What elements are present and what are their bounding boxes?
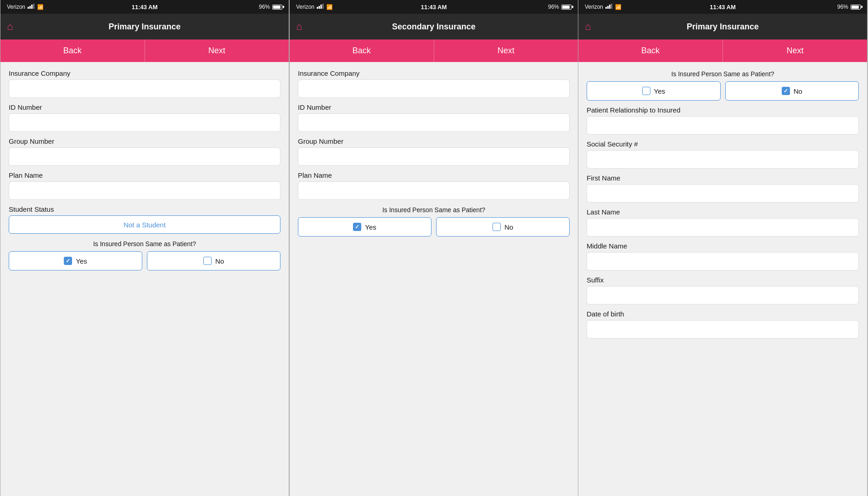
student-status-button-1[interactable]: Not a Student [9,215,280,234]
svg-rect-11 [611,4,612,9]
svg-rect-8 [605,7,607,9]
home-icon-2[interactable]: ⌂ [296,21,302,33]
home-icon-3[interactable]: ⌂ [585,21,591,33]
battery-icon-1 [272,5,282,10]
time-1: 11:43 AM [132,4,158,11]
battery-pct-1: 96% [259,4,270,10]
label-plan-name-2: Plan Name [298,171,570,179]
input-plan-name-1[interactable] [9,181,280,200]
page-title-3: Primary Insurance [687,22,759,32]
page-title-1: Primary Insurance [108,22,180,32]
no-button-3[interactable]: No [725,81,859,101]
svg-rect-2 [31,5,33,9]
yn-row-1: Yes No [9,251,280,271]
insured-question-2: Is Insured Person Same as Patient? [298,206,570,214]
no-label-1: No [215,257,224,265]
no-checkbox-3 [782,87,790,95]
no-button-2[interactable]: No [436,217,570,237]
home-icon-1[interactable]: ⌂ [7,21,13,33]
title-bar-1: ⌂ Primary Insurance [0,14,289,39]
content-1: Insurance Company ID Number Group Number… [0,62,289,496]
carrier-1: Verizon [7,4,25,10]
input-middle-name-3[interactable] [587,252,859,271]
next-button-2[interactable]: Next [434,39,578,62]
input-group-number-1[interactable] [9,147,280,166]
input-ssn-3[interactable] [587,150,859,169]
input-dob-3[interactable] [587,320,859,338]
next-button-1[interactable]: Next [145,39,289,62]
svg-rect-9 [607,6,609,9]
label-ssn-3: Social Security # [587,140,859,148]
input-id-number-1[interactable] [9,113,280,132]
battery-icon-2 [561,5,571,10]
label-plan-name-1: Plan Name [9,171,280,179]
yes-button-1[interactable]: Yes [9,251,142,271]
no-button-1[interactable]: No [147,251,280,271]
yes-label-1: Yes [76,257,87,265]
label-insurance-company-1: Insurance Company [9,69,280,77]
title-bar-3: ⌂ Primary Insurance [578,14,867,39]
carrier-2: Verizon [296,4,314,10]
nav-bar-1: Back Next [0,39,289,62]
signal-icon-3 [605,4,613,10]
input-id-number-2[interactable] [298,113,570,132]
no-checkbox-2 [493,223,501,231]
label-group-number-2: Group Number [298,137,570,145]
label-group-number-1: Group Number [9,137,280,145]
svg-rect-1 [29,6,31,9]
page-title-2: Secondary Insurance [392,22,476,32]
nav-bar-2: Back Next [290,39,578,62]
input-suffix-3[interactable] [587,286,859,304]
wifi-icon-1: 📶 [37,4,44,10]
svg-rect-10 [609,5,610,9]
svg-rect-5 [319,6,320,9]
input-last-name-3[interactable] [587,218,859,237]
title-bar-2: ⌂ Secondary Insurance [290,14,578,39]
label-first-name-3: First Name [587,174,859,182]
svg-rect-0 [28,7,29,9]
back-button-1[interactable]: Back [0,39,145,62]
yes-button-3[interactable]: Yes [587,81,721,101]
battery-icon-3 [851,5,861,10]
signal-icon-1 [28,4,35,10]
content-2: Insurance Company ID Number Group Number… [290,62,578,496]
yn-row-3: Yes No [587,81,859,101]
battery-pct-3: 96% [837,4,848,10]
input-insurance-company-1[interactable] [9,79,280,98]
label-id-number-2: ID Number [298,103,570,111]
signal-icon-2 [317,4,324,10]
input-plan-name-2[interactable] [298,181,570,200]
svg-rect-4 [317,7,318,9]
next-button-3[interactable]: Next [723,39,867,62]
no-label-2: No [504,223,513,231]
yes-label-3: Yes [654,87,665,95]
carrier-3: Verizon [585,4,603,10]
status-bar-1: Verizon 📶 11:43 AM 96% [0,0,289,14]
input-first-name-3[interactable] [587,184,859,203]
label-insurance-company-2: Insurance Company [298,69,570,77]
input-insurance-company-2[interactable] [298,79,570,98]
back-button-3[interactable]: Back [578,39,723,62]
svg-rect-7 [322,4,324,9]
input-group-number-2[interactable] [298,147,570,166]
content-3: Is Insured Person Same as Patient? Yes N… [578,62,867,496]
wifi-icon-3: 📶 [615,4,622,10]
battery-pct-2: 96% [548,4,559,10]
label-last-name-3: Last Name [587,208,859,216]
svg-rect-3 [33,4,34,9]
input-relationship-3[interactable] [587,116,859,135]
insured-question-1: Is Insured Person Same as Patient? [9,240,280,248]
label-dob-3: Date of birth [587,310,859,318]
panel-primary-insurance-alt: Verizon 📶 11:43 AM 96% ⌂ Primary Insuran… [578,0,868,496]
panel-primary-insurance: Verizon 📶 11:43 AM 96% ⌂ Primary Insuran… [0,0,289,496]
yn-row-2: Yes No [298,217,570,237]
label-student-status-1: Student Status [9,205,280,213]
label-middle-name-3: Middle Name [587,242,859,250]
status-bar-3: Verizon 📶 11:43 AM 96% [578,0,867,14]
back-button-2[interactable]: Back [290,39,434,62]
yes-checkbox-2 [353,223,361,231]
nav-bar-3: Back Next [578,39,867,62]
insured-question-3: Is Insured Person Same as Patient? [587,70,859,78]
yes-button-2[interactable]: Yes [298,217,431,237]
label-id-number-1: ID Number [9,103,280,111]
